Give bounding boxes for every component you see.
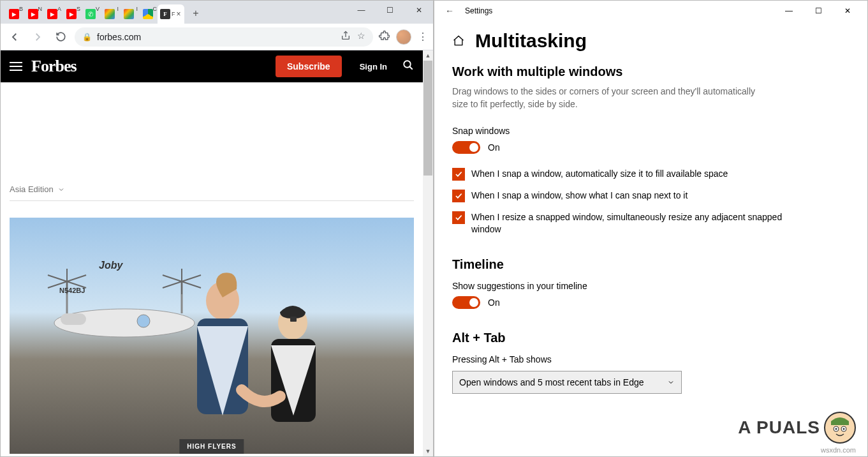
section-alttab-title: Alt + Tab — [452, 331, 850, 345]
gdrive-icon — [143, 9, 153, 19]
youtube-icon: ▶ — [9, 9, 19, 19]
checkbox-show-next-label: When I snap a window, show what I can sn… — [471, 190, 688, 202]
chrome-toolbar: 🔒 forbes.com ☆ ⋮ — [1, 24, 433, 50]
scroll-up-icon[interactable]: ▲ — [423, 50, 433, 61]
tab-5[interactable]: I — [100, 4, 119, 24]
scroll-down-icon[interactable]: ▼ — [423, 446, 433, 456]
search-icon[interactable] — [402, 59, 414, 73]
youtube-icon: ▶ — [47, 9, 57, 19]
tab-0[interactable]: ▶B — [4, 4, 24, 24]
watermark-face-icon — [824, 412, 856, 444]
alttab-dropdown-value: Open windows and 5 most recent tabs in E… — [459, 377, 644, 387]
alttab-dropdown[interactable]: Open windows and 5 most recent tabs in E… — [452, 371, 682, 394]
svg-rect-16 — [290, 317, 297, 322]
page-title: Multitasking — [475, 30, 587, 52]
settings-body: Multitasking Work with multiple windows … — [434, 21, 867, 456]
subscribe-button[interactable]: Subscribe — [276, 56, 342, 77]
menu-icon[interactable] — [10, 62, 22, 71]
timeline-suggest-label: Show suggestions in your timeline — [452, 281, 850, 291]
forbes-icon: F — [160, 9, 170, 19]
minimize-button[interactable]: — — [774, 1, 804, 21]
tab-7[interactable]: C — [138, 4, 158, 24]
snap-windows-state: On — [488, 142, 500, 153]
settings-titlebar: ← Settings — ☐ ✕ — [434, 1, 867, 21]
share-icon[interactable] — [341, 31, 351, 43]
forbes-body: Asia Edition — [1, 82, 423, 456]
bookmark-icon[interactable]: ☆ — [357, 31, 365, 43]
address-bar[interactable]: 🔒 forbes.com ☆ — [75, 27, 373, 47]
chrome-tabs: ▶B ▶N ▶A ▶S ✆V I I C FF× + — [1, 1, 347, 24]
chevron-down-icon — [667, 378, 675, 386]
forbes-logo[interactable]: Forbes — [31, 57, 77, 76]
snap-windows-label: Snap windows — [452, 126, 850, 136]
svg-point-11 — [137, 315, 150, 327]
chevron-down-icon — [57, 186, 65, 193]
scrollbar[interactable]: ▲ ▼ — [423, 50, 433, 456]
chrome-menu-icon[interactable]: ⋮ — [418, 31, 428, 43]
gmail-icon — [105, 9, 115, 19]
forbes-header: Forbes Subscribe Sign In — [1, 50, 423, 82]
watermark-site: wsxdn.com — [821, 446, 856, 454]
close-button[interactable]: ✕ — [833, 1, 862, 21]
tab-active[interactable]: FF× — [158, 4, 184, 24]
maximize-button[interactable]: ☐ — [804, 1, 833, 21]
article-hero-image[interactable]: Joby N542BJ HIGH FLYERS — [10, 218, 414, 454]
whatsapp-icon: ✆ — [85, 9, 96, 19]
extensions-icon[interactable] — [378, 30, 390, 44]
timeline-suggest-state: On — [488, 297, 500, 308]
page-heading: Multitasking — [452, 30, 850, 52]
checkbox-auto-size-label: When I snap a window, automatically size… — [471, 168, 728, 180]
tab-6[interactable]: I — [119, 4, 138, 24]
people-illustration — [152, 262, 357, 454]
svg-point-20 — [843, 428, 845, 430]
edition-dropdown[interactable]: Asia Edition — [10, 184, 414, 201]
scrollbar-thumb[interactable] — [423, 61, 432, 176]
signin-link[interactable]: Sign In — [360, 62, 387, 71]
maximize-button[interactable]: ☐ — [376, 1, 404, 20]
svg-point-19 — [835, 428, 837, 430]
back-button[interactable]: ← — [439, 6, 460, 16]
snap-windows-toggle[interactable] — [452, 141, 480, 154]
aircraft-brand: Joby — [99, 260, 122, 271]
checkbox-resize-adjacent[interactable] — [452, 211, 465, 224]
watermark: A PUALS — [738, 412, 856, 444]
svg-rect-2 — [61, 313, 86, 325]
gmail-icon — [124, 9, 134, 19]
back-button[interactable] — [6, 28, 24, 46]
profile-avatar[interactable] — [396, 29, 411, 45]
reload-button[interactable] — [52, 28, 70, 46]
checkbox-auto-size[interactable] — [452, 168, 465, 181]
new-tab-button[interactable]: + — [187, 4, 205, 22]
alttab-label: Pressing Alt + Tab shows — [452, 354, 850, 364]
chrome-titlebar: ▶B ▶N ▶A ▶S ✆V I I C FF× + — ☐ ✕ — [1, 1, 433, 24]
window-title: Settings — [465, 6, 492, 15]
chrome-window: ▶B ▶N ▶A ▶S ✆V I I C FF× + — ☐ ✕ 🔒 forbe… — [0, 0, 434, 457]
checkbox-show-next[interactable] — [452, 190, 465, 202]
close-button[interactable]: ✕ — [404, 1, 433, 20]
section-work-desc: Drag windows to the sides or corners of … — [452, 86, 758, 110]
tab-2[interactable]: ▶A — [43, 4, 62, 24]
url-text: forbes.com — [97, 32, 141, 42]
close-icon[interactable]: × — [177, 10, 181, 19]
checkbox-resize-adjacent-label: When I resize a snapped window, simultan… — [471, 211, 784, 236]
settings-window: ← Settings — ☐ ✕ Multitasking Work with … — [434, 0, 868, 457]
chrome-content: Forbes Subscribe Sign In Asia Edition — [1, 50, 433, 456]
tab-3[interactable]: ▶S — [62, 4, 81, 24]
minimize-button[interactable]: — — [347, 1, 376, 20]
forward-button[interactable] — [29, 28, 47, 46]
tab-1[interactable]: ▶N — [24, 4, 43, 24]
tab-4[interactable]: ✆V — [81, 4, 100, 24]
timeline-suggest-toggle[interactable] — [452, 296, 480, 309]
aircraft-tail-number: N542BJ — [59, 287, 85, 294]
home-icon[interactable] — [452, 34, 465, 47]
section-timeline-title: Timeline — [452, 257, 850, 272]
svg-point-0 — [404, 61, 411, 68]
lock-icon: 🔒 — [82, 33, 92, 41]
article-category-badge: HIGH FLYERS — [179, 439, 244, 454]
youtube-icon: ▶ — [66, 9, 77, 19]
section-work-title: Work with multiple windows — [452, 64, 850, 79]
youtube-icon: ▶ — [28, 9, 38, 19]
chrome-window-controls: — ☐ ✕ — [347, 1, 433, 20]
